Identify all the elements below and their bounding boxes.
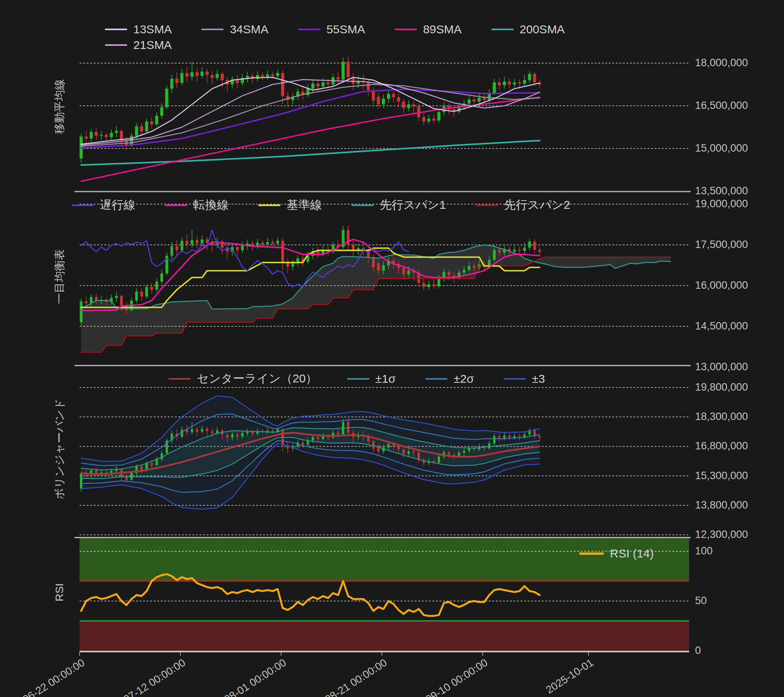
legend-line-icon [72,205,94,206]
legend-label: RSI (14) [610,547,654,560]
legend-rsi: RSI (14) [579,547,684,560]
legend-line-icon [258,205,280,206]
legend-item: 転換線 [165,197,229,213]
legend-label: 200SMA [520,23,565,36]
legend-line-icon [298,29,320,30]
legend-line-icon [579,552,604,555]
y-axis-tick-label: 15,000,000 [695,142,748,154]
y-axis-tick-label: 12,300,000 [695,529,748,541]
legend-item: RSI (14) [579,547,654,560]
legend-line-icon [352,205,374,206]
y-axis-tick-label: 13,000,000 [695,361,748,373]
legend-label: 21SMA [133,38,172,52]
legend-label: 先行スパン1 [380,197,446,213]
legend-item: 先行スパン1 [352,197,446,213]
y-axis-tick-label: 50 [695,595,707,607]
legend-ichimoku: 遅行線転換線基準線先行スパン1先行スパン2 [72,197,600,213]
legend-label: 55SMA [327,23,365,36]
legend-item: 200SMA [492,23,565,36]
legend-line-icon [165,205,187,206]
y-axis-tick-label: 16,500,000 [695,100,748,112]
legend-label: 89SMA [423,23,461,36]
y-axis-tick-label: 15,300,000 [695,470,748,482]
legend-line-icon [425,378,447,380]
legend-line-icon [504,378,526,380]
legend-bollinger: センターライン（20）±1σ±2σ±3 [169,371,575,387]
legend-line-icon [201,29,223,30]
y-axis-tick-label: 16,800,000 [695,440,748,452]
legend-line-icon [476,205,498,206]
y-axis-tick-label: 19,000,000 [695,198,748,210]
legend-item: 先行スパン2 [476,197,570,213]
y-axis-tick-label: 18,300,000 [695,411,748,423]
legend-label: 先行スパン2 [504,197,570,213]
legend-label: ±2σ [454,372,474,386]
legend-item: 21SMA [105,38,172,52]
y-axis-tick-label: 19,800,000 [695,381,748,393]
legend-line-icon [347,378,369,380]
panel-title-ichimoku: 一目均衡表 [52,249,67,304]
legend-line-icon [105,44,127,46]
legend-label: 13SMA [133,23,172,36]
legend-item: ±1σ [347,372,396,386]
panel-title-sma: 移動平均線 [52,79,67,134]
legend-item: 34SMA [201,23,268,36]
legend-item: 89SMA [395,23,461,36]
legend-item: 13SMA [105,23,172,36]
legend-line-icon [105,29,127,30]
legend-sma-row2: 21SMA [105,38,201,52]
y-axis-tick-label: 16,000,000 [695,279,748,291]
legend-label: センターライン（20） [197,371,318,387]
panel-title-rsi: RSI [53,583,66,602]
y-axis-tick-label: 13,800,000 [695,499,748,511]
legend-line-icon [492,29,514,30]
legend-item: 55SMA [298,23,365,36]
y-axis-tick-label: 13,500,000 [695,185,748,197]
legend-item: 基準線 [258,197,322,213]
legend-line-icon [169,378,191,380]
legend-item: ±2σ [425,372,474,386]
legend-label: ±1σ [376,372,396,386]
y-axis-tick-label: 100 [695,545,713,557]
legend-label: ±3 [532,372,545,386]
legend-line-icon [395,29,417,30]
legend-item: センターライン（20） [169,371,318,387]
legend-item: ±3 [504,372,545,386]
y-axis-tick-label: 17,500,000 [695,239,748,251]
y-axis-tick-label: 18,000,000 [695,57,748,69]
legend-label: 基準線 [287,197,322,213]
chart-page: { "figure": {"width": 2000, "height": 17… [0,0,784,697]
chart-canvas [0,0,784,697]
y-axis-tick-label: 14,500,000 [695,320,748,332]
legend-sma-row1: 13SMA34SMA55SMA89SMA200SMA [105,23,595,36]
legend-label: 34SMA [230,23,268,36]
legend-item: 遅行線 [72,197,135,213]
panel-title-bollinger: ボリンジャーバンド [52,398,67,499]
legend-label: 転換線 [193,197,229,213]
legend-label: 遅行線 [100,197,135,213]
y-axis-tick-label: 0 [695,644,701,657]
